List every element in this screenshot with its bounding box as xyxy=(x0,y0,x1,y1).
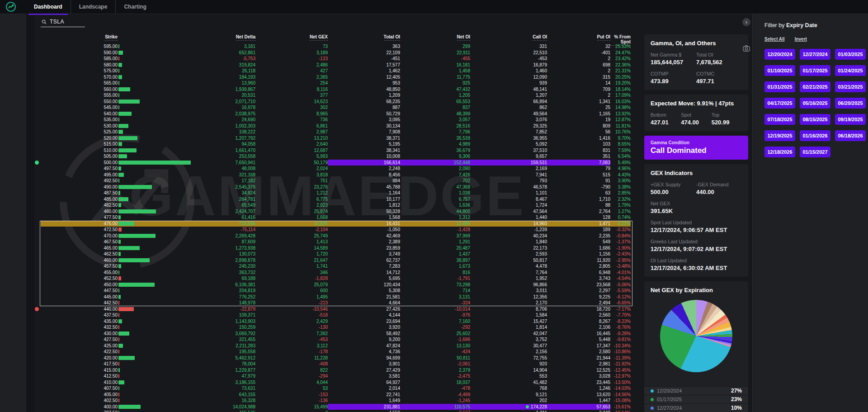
search-input[interactable]: TSLA xyxy=(41,18,85,27)
expiry-date-button[interactable]: 05/16/2025 xyxy=(800,98,830,109)
table-row[interactable]: 550.002,071,71014,62368,23565,55366,8941… xyxy=(41,99,631,105)
table-row[interactable]: 445.00776,2521,49521,5813,13112,3569,225… xyxy=(41,294,631,300)
column-header-call-oi[interactable]: Call OI xyxy=(533,34,547,41)
camera-screenshot-button[interactable] xyxy=(743,45,750,53)
expiry-date-button[interactable]: 01/16/2026 xyxy=(800,130,830,141)
table-row[interactable]: 535.0024,6907363,0953,0573,0761912.87% xyxy=(41,117,631,123)
expiry-date-button[interactable]: 06/18/2026 xyxy=(835,130,866,141)
expiry-date-button[interactable]: 04/17/2025 xyxy=(764,98,795,109)
table-row[interactable]: 570.00184,1932,36512,40511,77512,0903152… xyxy=(41,74,631,81)
table-row[interactable]: 437.50109,371-5184,144-9761,5842,560-7.7… xyxy=(41,312,631,318)
table-row[interactable]: 530.001,002,3036,86130,13428,51629,32580… xyxy=(41,123,631,129)
expiry-date-button[interactable]: 12/19/2025 xyxy=(764,130,795,141)
table-row[interactable]: 460.002,898,87821,64762,73738,89750,8171… xyxy=(41,257,631,264)
tab-charting[interactable]: Charting xyxy=(115,0,154,14)
table-row[interactable]: 430.003,069,7927,39258,49225,60242,04716… xyxy=(41,331,631,337)
table-row[interactable]: 475.00723,04510,82616,43113,48914,9601,4… xyxy=(41,221,631,227)
table-row[interactable]: 540.002,038,9758,96550,72948,39949,5641,… xyxy=(41,111,631,117)
table-row[interactable]: 545.0016,9783028878378622514.98% xyxy=(41,104,631,111)
table-row[interactable]: 462.50130,0731,7203,7491,4372,5931,156-2… xyxy=(41,251,631,257)
table-row[interactable]: 560.001,939,8678,11648,85047,43248,14170… xyxy=(41,86,631,93)
expiry-date-button[interactable]: 01/24/2025 xyxy=(835,65,866,76)
tab-dashboard[interactable]: Dashboard xyxy=(26,0,71,14)
table-row[interactable]: 482.5065,5492,0231,8121,6361,724881.79% xyxy=(41,202,631,208)
expiry-date-button[interactable]: 01/15/2027 xyxy=(800,147,830,157)
expiry-date-button[interactable]: 12/18/2026 xyxy=(764,147,795,157)
table-row[interactable]: 465.001,273,93814,58923,85920,48722,1731… xyxy=(41,245,631,251)
column-header-total-oi[interactable]: Total OI xyxy=(384,34,400,41)
table-row[interactable]: 457.50245,2301,7417,2831,6734,4782,805-3… xyxy=(41,263,631,270)
table-row[interactable]: 410.003,186,1554,04464,92718,03741,48223… xyxy=(41,379,631,386)
table-row[interactable]: 505.00253,5585,99310,0089,3069,6573516.5… xyxy=(41,153,631,160)
table-row[interactable]: 520.001,207,79213,21038,37135,53936,9551… xyxy=(41,135,631,142)
column-header-net-oi[interactable]: Net OI xyxy=(457,34,470,41)
table-row[interactable]: 425.002,211,2833,11247,82413,13030,47717… xyxy=(41,343,631,349)
table-row[interactable]: 412.5047,979-2943,581-2,4755533,028-12.9… xyxy=(41,373,631,379)
table-row[interactable]: 555.0020,5313771,2091,2051,207217.09% xyxy=(41,92,631,99)
expiry-date-button[interactable]: 01/17/2025 xyxy=(800,65,830,76)
expiry-date-button[interactable]: 08/15/2025 xyxy=(800,114,830,125)
expiry-date-button[interactable]: 06/20/2025 xyxy=(835,98,866,109)
table-row[interactable]: 585.00-5,753-123-451-455-453223.42% xyxy=(41,56,631,62)
table-row[interactable]: 510.001,661,47012,68738,34136,67937,5108… xyxy=(41,147,631,154)
table-row[interactable]: 435.001,143,9032,42923,6947,16015,4278,2… xyxy=(41,318,631,325)
table-row[interactable]: 497.5048,0082,0242,2482,0902,169794.96% xyxy=(41,166,631,172)
table-row[interactable]: 495.00321,1683,8188,4567,4267,9415154.43… xyxy=(41,172,631,178)
expiry-date-button[interactable]: 12/20/2024 xyxy=(764,49,795,60)
table-row[interactable]: 417.5078,004-4083,901-2,0619202,981-11.9… xyxy=(41,361,631,367)
legend-row[interactable]: 12/27/202410% xyxy=(644,403,748,412)
legend-row[interactable]: 12/20/202427% xyxy=(644,386,748,395)
net-gex-pie-chart[interactable] xyxy=(660,300,732,372)
table-row[interactable]: 452.5069,188-1,8285,695-1,7911,9523,743-… xyxy=(41,275,631,282)
table-row[interactable]: 397.50115,53534,559-2,1371,2113,348-16.1… xyxy=(41,410,631,412)
expiry-date-button[interactable]: 09/19/2025 xyxy=(835,114,866,125)
column-header-net-delta[interactable]: Net Delta xyxy=(236,34,255,41)
expiry-date-button[interactable]: 01/03/2025 xyxy=(835,49,866,60)
table-row[interactable]: 525.00108,2222,9877,9087,7967,8525610.76… xyxy=(41,129,631,135)
table-row[interactable]: 580.00319,8242,48617,57716,18116,8796982… xyxy=(41,62,631,68)
table-row[interactable]: 575.0026,1184271,4621,4581,460221.31% xyxy=(41,68,631,74)
table-row[interactable]: 402.5016,328-1361,649-1,2452021,447-15.0… xyxy=(41,398,631,404)
table-row[interactable]: 467.5087,6091,4132,3891,2911,840549-1.37… xyxy=(41,239,631,245)
table-row[interactable]: 590.00652,8613,18922,10922,91122,510-401… xyxy=(41,50,631,56)
table-row[interactable]: 565.0013,9602549539259391419.20% xyxy=(41,80,631,86)
table-row[interactable]: 490.002,545,37623,27645,78847,36846,578-… xyxy=(41,184,631,190)
invert-link[interactable]: Invert xyxy=(795,37,807,42)
expiry-date-button[interactable]: 07/18/2025 xyxy=(764,114,795,125)
table-row[interactable]: 407.5073,631532,014-4787681,246-14.03% xyxy=(41,385,631,392)
table-row[interactable]: 470.002,269,42825,74942,46937,99940,2342… xyxy=(41,233,631,239)
table-row[interactable]: 432.50150,259-1303,920-2921,8142,106-8.7… xyxy=(41,324,631,331)
table-row[interactable]: 492.5017,182751884702793913.90% xyxy=(41,178,631,184)
table-row[interactable]: 595.003,181733632993313225.53% xyxy=(41,43,631,50)
table-row[interactable]: 515.0094,0582,6405,1954,9895,0921038.65% xyxy=(41,141,631,147)
column-header-strike[interactable]: Strike xyxy=(105,34,118,41)
table-row[interactable]: 477.5061,4161,6681,5681,3121,4401280.74% xyxy=(41,214,631,221)
tab-landscape[interactable]: Landscape xyxy=(71,0,116,14)
collapse-panel-button[interactable]: › xyxy=(742,18,750,26)
table-row[interactable]: 420.005,462,91211,22894,69950,81172,7552… xyxy=(41,355,631,361)
table-row[interactable]: 405.00643,155-15322,741-4,4999,12113,620… xyxy=(41,392,631,398)
expiry-date-button[interactable]: 02/21/2025 xyxy=(800,81,830,92)
column-header-put-oi[interactable]: Put OI xyxy=(597,34,610,41)
select-all-link[interactable]: Select All xyxy=(764,37,785,42)
table-row[interactable]: 455.00363,73234614,7128167,7646,948-4.01… xyxy=(41,270,631,276)
table-row[interactable]: 450.006,106,38125,079120,43473,29896,866… xyxy=(41,282,631,288)
table-row[interactable]: 447.50204,8196005,3087143,0112,297-5.59% xyxy=(41,288,631,294)
expiry-date-button[interactable]: 01/31/2025 xyxy=(764,81,795,92)
expiry-date-button[interactable]: 03/21/2025 xyxy=(835,81,866,92)
table-row[interactable]: 400.0014,024,98815,499231,881116,575174,… xyxy=(41,404,631,410)
table-row[interactable]: 480.002,424,70725,87450,32844,80047,5642… xyxy=(41,208,631,215)
table-row[interactable]: 485.00264,7816,77510,1776,7578,4671,7102… xyxy=(41,196,631,203)
column-header-net-gex[interactable]: Net GEX xyxy=(310,34,328,41)
table-row[interactable]: 427.50321,455-4539,200-1,6963,7525,448-9… xyxy=(41,336,631,343)
table-row[interactable]: 440.00-22,879-10,54627,426-10,0148,70618… xyxy=(41,306,631,313)
table-row[interactable]: 442.50148,978-2234,664-3242,1702,494-6.6… xyxy=(41,300,631,306)
table-row[interactable]: 500.007,650,94150,179166,614152,448159,5… xyxy=(41,160,631,166)
legend-row[interactable]: 01/17/202523% xyxy=(644,395,748,403)
table-row[interactable]: 472.50-75,114-2,104-1,050-1,428-1,239189… xyxy=(41,227,631,233)
table-row[interactable]: 422.50195,558-1784,736-4242,1562,580-10.… xyxy=(41,349,631,355)
expiry-date-button[interactable]: 01/10/2025 xyxy=(764,65,795,76)
table-row[interactable]: 415.001,229,87782227,4292,37914,90412,52… xyxy=(41,367,631,374)
expiry-date-button[interactable]: 12/27/2024 xyxy=(800,49,830,60)
table-row[interactable]: 487.5034,8241,2121,1641,0381,101632.85% xyxy=(41,190,631,196)
